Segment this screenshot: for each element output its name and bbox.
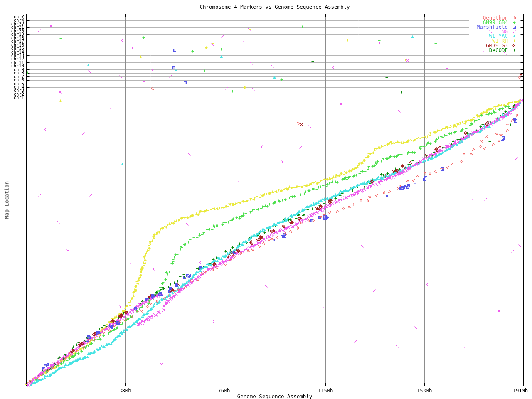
chart-canvas — [0, 0, 532, 399]
legend-label-marshfield: Marshfield — [433, 25, 508, 29]
chart-title: Chromosome 4 Markers vs Genome Sequence … — [26, 4, 523, 10]
legend-label-decode: DeCODE — [433, 48, 508, 52]
x-axis-title: Genome Sequence Assembly — [26, 393, 523, 399]
chromosome-row-label-chr1: chr1 — [0, 96, 24, 99]
x-tick-label: 38Mb — [113, 388, 138, 394]
x-tick-label: 191Mb — [508, 388, 532, 394]
x-tick-label: 76Mb — [212, 388, 236, 394]
x-tick-label: 153Mb — [412, 388, 437, 394]
x-tick-label: 115Mb — [313, 388, 338, 394]
chart-page: Chromosome 4 Markers vs Genome Sequence … — [0, 0, 532, 399]
y-axis-title: Map Location — [4, 177, 10, 223]
